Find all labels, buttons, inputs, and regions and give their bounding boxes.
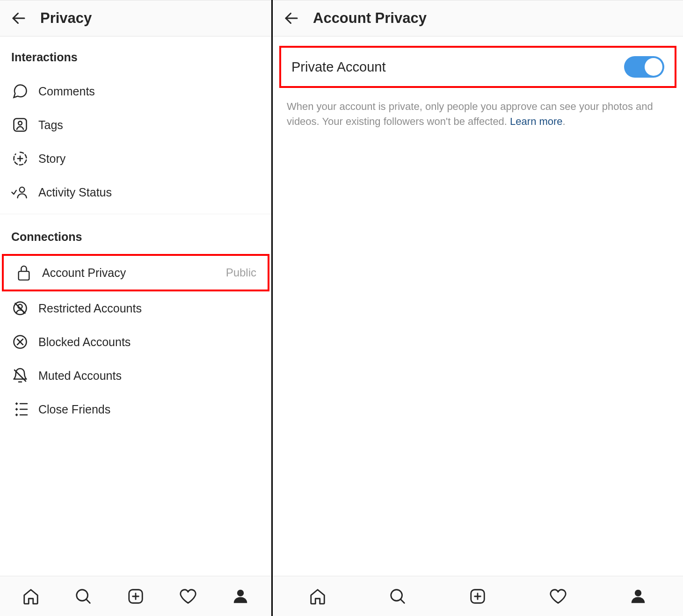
item-blocked-accounts[interactable]: Blocked Accounts bbox=[0, 325, 271, 359]
nav-profile[interactable] bbox=[229, 585, 252, 608]
description-period: . bbox=[563, 116, 566, 127]
section-header-connections: Connections bbox=[0, 216, 271, 254]
plus-square-icon bbox=[127, 587, 145, 605]
tags-icon bbox=[11, 116, 29, 134]
bottom-nav bbox=[0, 576, 271, 616]
private-account-row: Private Account bbox=[279, 46, 676, 88]
svg-marker-16 bbox=[15, 413, 18, 416]
svg-point-25 bbox=[237, 589, 244, 596]
heart-icon bbox=[179, 587, 197, 605]
lock-icon bbox=[15, 264, 33, 282]
svg-point-2 bbox=[18, 121, 22, 125]
private-account-label: Private Account bbox=[291, 59, 624, 75]
item-label: Account Privacy bbox=[42, 266, 226, 280]
privacy-screen: Privacy Interactions Comments Tags bbox=[0, 0, 273, 616]
nav-search[interactable] bbox=[386, 585, 409, 608]
story-icon bbox=[11, 150, 29, 167]
back-button[interactable] bbox=[8, 8, 29, 29]
item-close-friends[interactable]: Close Friends bbox=[0, 392, 271, 426]
heart-icon bbox=[549, 587, 567, 605]
section-header-interactions: Interactions bbox=[0, 36, 271, 74]
back-arrow-icon bbox=[283, 10, 300, 27]
learn-more-link[interactable]: Learn more bbox=[510, 116, 563, 127]
item-restricted-accounts[interactable]: Restricted Accounts bbox=[0, 291, 271, 325]
header-bar: Privacy bbox=[0, 0, 271, 36]
svg-marker-14 bbox=[15, 402, 18, 405]
nav-new-post[interactable] bbox=[466, 585, 489, 608]
item-label: Close Friends bbox=[38, 403, 260, 416]
account-privacy-screen: Account Privacy Private Account When you… bbox=[273, 0, 683, 616]
nav-new-post[interactable] bbox=[124, 585, 147, 608]
item-trailing-value: Public bbox=[226, 266, 256, 279]
item-label: Comments bbox=[38, 85, 260, 98]
toggle-knob bbox=[645, 58, 662, 76]
page-title: Account Privacy bbox=[313, 10, 427, 27]
nav-profile[interactable] bbox=[627, 585, 649, 608]
plus-square-icon bbox=[469, 587, 487, 605]
svg-rect-6 bbox=[19, 271, 29, 280]
item-label: Activity Status bbox=[38, 186, 260, 199]
highlight-account-privacy: Account Privacy Public bbox=[2, 254, 269, 291]
activity-status-icon bbox=[11, 183, 29, 201]
comments-icon bbox=[11, 82, 29, 100]
item-label: Blocked Accounts bbox=[38, 335, 260, 349]
item-account-privacy[interactable]: Account Privacy Public bbox=[4, 256, 268, 290]
blocked-icon bbox=[11, 333, 29, 351]
private-account-description: When your account is private, only peopl… bbox=[273, 88, 683, 129]
search-icon bbox=[74, 587, 92, 605]
item-muted-accounts[interactable]: Muted Accounts bbox=[0, 359, 271, 392]
restricted-icon bbox=[11, 299, 29, 317]
svg-line-21 bbox=[86, 599, 90, 603]
item-story[interactable]: Story bbox=[0, 142, 271, 175]
item-label: Tags bbox=[38, 118, 260, 132]
home-icon bbox=[309, 587, 327, 605]
item-activity-status[interactable]: Activity Status bbox=[0, 175, 271, 209]
svg-point-32 bbox=[635, 589, 641, 596]
home-icon bbox=[22, 587, 40, 605]
nav-activity[interactable] bbox=[177, 585, 199, 608]
profile-icon bbox=[232, 587, 249, 605]
profile-icon bbox=[629, 587, 647, 605]
description-text: When your account is private, only peopl… bbox=[287, 101, 653, 127]
close-friends-icon bbox=[11, 400, 29, 418]
search-icon bbox=[389, 587, 407, 605]
back-arrow-icon bbox=[10, 10, 27, 27]
svg-marker-15 bbox=[15, 408, 18, 411]
account-privacy-content: Private Account When your account is pri… bbox=[273, 36, 683, 576]
muted-icon bbox=[11, 367, 29, 384]
private-account-toggle[interactable] bbox=[624, 56, 664, 78]
svg-point-5 bbox=[20, 187, 25, 192]
item-label: Restricted Accounts bbox=[38, 302, 260, 315]
nav-home[interactable] bbox=[306, 585, 329, 608]
item-comments[interactable]: Comments bbox=[0, 74, 271, 108]
svg-line-28 bbox=[400, 599, 404, 603]
item-label: Muted Accounts bbox=[38, 369, 260, 383]
nav-home[interactable] bbox=[20, 585, 42, 608]
bottom-nav bbox=[273, 576, 683, 616]
nav-activity[interactable] bbox=[547, 585, 569, 608]
back-button[interactable] bbox=[281, 8, 302, 29]
header-bar: Account Privacy bbox=[273, 0, 683, 36]
nav-search[interactable] bbox=[72, 585, 94, 608]
privacy-content: Interactions Comments Tags Story bbox=[0, 36, 271, 576]
page-title: Privacy bbox=[40, 10, 92, 27]
item-label: Story bbox=[38, 152, 260, 166]
divider bbox=[0, 214, 271, 214]
item-tags[interactable]: Tags bbox=[0, 108, 271, 142]
